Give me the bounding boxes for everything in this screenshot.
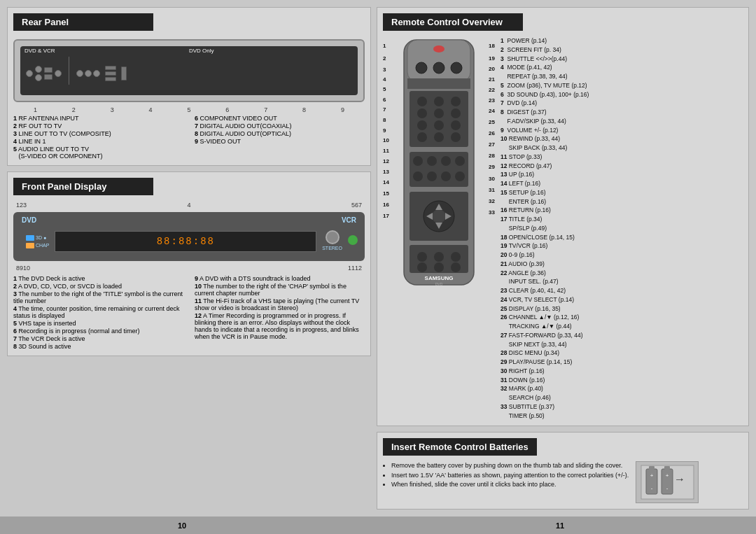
svg-point-27 — [441, 171, 451, 181]
svg-text:SAMSUNG: SAMSUNG — [425, 275, 454, 281]
connector-5 — [44, 74, 52, 80]
svg-text:-: - — [651, 485, 653, 491]
rl-timer: TIMER (p.50) — [500, 412, 743, 421]
fp-num-11: 11 — [348, 265, 355, 272]
cr-23: 23 — [489, 98, 495, 104]
cr-33: 33 — [489, 210, 495, 216]
cl-9: 9 — [383, 128, 389, 134]
cl-14: 14 — [383, 180, 389, 185]
fp-num-10: 10 — [23, 265, 30, 272]
front-panel-image: DVD VCR 3D ● CHAP 88:88:88 — [13, 212, 365, 261]
connector-2 — [35, 66, 42, 73]
svg-point-37 — [417, 252, 427, 262]
rl-22: 22 ANGLE (p.36) — [500, 269, 743, 278]
cr-30: 30 — [489, 176, 495, 182]
svg-point-19 — [451, 132, 461, 142]
fp-stereo-label: STEREO — [322, 246, 342, 251]
svg-point-28 — [455, 171, 465, 181]
cr-29: 29 — [489, 164, 495, 170]
connectors-right — [76, 66, 127, 81]
panel-diagram: DVD & VCR DVD Only — [20, 46, 358, 95]
rl-10: 10 REWIND (p.33, 44) — [500, 134, 743, 143]
remote-overview-section: Remote Control Overview 1 2 3 4 5 6 7 8 … — [377, 7, 749, 426]
connector-11 — [105, 71, 116, 76]
cr-18: 18 — [489, 43, 495, 49]
cr-22: 22 — [489, 87, 495, 93]
fp-icon-row2: CHAP — [26, 243, 49, 248]
rl-inputsel: INPUT SEL. (p.47) — [500, 277, 743, 286]
rear-panel-image: DVD & VCR DVD Only — [13, 39, 365, 102]
cl-6: 6 — [383, 97, 389, 103]
rear-legend-item-6: 6 COMPONENT VIDEO OUT — [195, 115, 365, 122]
remote-legend: 1 POWER (p.14) 2 SCREEN FIT (p. 34) 3 SH… — [500, 36, 743, 420]
rl-27: 27 FAST-FORWARD (p.33, 44) — [500, 331, 743, 340]
battery-bullet-3: When finished, slide the cover until it … — [391, 480, 629, 490]
remote-overview-title: Remote Control Overview — [383, 13, 523, 31]
battery-bullet-1: Remove the battery cover by pushing down… — [391, 461, 629, 471]
svg-point-3 — [416, 62, 427, 73]
connector-3 — [35, 74, 42, 81]
fp-num-12: 12 — [355, 265, 362, 272]
fp-display: 88:88:88 — [55, 231, 316, 252]
cl-2: 2 — [383, 56, 389, 62]
rear-num-2: 2 — [72, 106, 76, 113]
cl-11: 11 — [383, 148, 389, 154]
rl-12: 12 RECORD (p.47) — [500, 162, 743, 171]
front-num-bottom: 8 9 10 11 12 — [13, 264, 365, 272]
disc-icon — [26, 243, 34, 248]
rear-legend-item-8: 8 DIGITAL AUDIO OUT(OPTICAL) — [195, 130, 365, 137]
rear-legend-item-1: 1 RF ANTENNA INPUT — [13, 115, 183, 122]
svg-rect-47 — [649, 466, 654, 470]
bottom-bar: 10 11 — [0, 517, 756, 534]
page-number-right: 11 — [364, 517, 756, 534]
rl-19: 19 TV/VCR (p.16) — [500, 241, 743, 251]
cr-31: 31 — [489, 188, 495, 193]
rl-24: 24 VCR, TV SELECT (p.14) — [500, 295, 743, 304]
chap-label: CHAP — [36, 243, 49, 248]
remote-content: 1 2 3 4 5 6 7 8 9 10 11 12 13 14 — [383, 36, 743, 420]
svg-point-23 — [441, 156, 451, 166]
rl-9: 9 VOLUME +/- (p.12) — [500, 126, 743, 135]
fp-left-icons: 3D ● CHAP — [26, 235, 49, 248]
rl-16: 16 RETURN (p.16) — [500, 206, 743, 215]
remote-image-container: 1 2 3 4 5 6 7 8 9 10 11 12 13 14 — [383, 36, 495, 420]
battery-content: Remove the battery cover by pushing down… — [383, 461, 743, 503]
rl-28: 28 DISC MENU (p.34) — [500, 349, 743, 358]
battery-section: Insert Remote Control Batteries Remove t… — [377, 432, 749, 510]
cl-10: 10 — [383, 138, 389, 143]
rl-15: 15 SETUP (p.16) — [500, 188, 743, 197]
svg-point-8 — [417, 97, 427, 106]
cl-12: 12 — [383, 159, 389, 164]
svg-point-11 — [417, 108, 427, 118]
svg-point-5 — [451, 62, 462, 73]
rl-30: 30 RIGHT (p.16) — [500, 367, 743, 376]
cr-27: 27 — [489, 142, 495, 148]
cl-16: 16 — [383, 202, 389, 208]
rear-num-9: 9 — [341, 106, 344, 113]
rl-spslp: SP/SLP (p.49) — [500, 224, 743, 233]
dvd-vcr-label: DVD & VCR — [24, 48, 55, 54]
battery-diagram: + - + - → — [638, 462, 697, 503]
rl-tracking: TRACKING ▲/▼ (p.44) — [500, 322, 743, 331]
rear-num-6: 6 — [225, 106, 229, 113]
rl-1: 1 POWER (p.14) — [500, 36, 743, 45]
connector-8 — [85, 70, 92, 77]
svg-point-18 — [434, 132, 444, 142]
fp-spacer3 — [30, 265, 348, 272]
rl-29: 29 PLAY/PAUSE (p.14, 15) — [500, 358, 743, 367]
fp-power-button[interactable] — [348, 235, 358, 245]
cr-20: 20 — [489, 66, 495, 72]
rl-search: SEARCH (p.46) — [500, 393, 743, 402]
rl-repeat: REPEAT (p.38, 39, 44) — [500, 72, 743, 81]
rl-fadv: F.ADV/SKIP (p.33, 44) — [500, 117, 743, 126]
rl-skipnext: SKIP NEXT (p.33, 44) — [500, 340, 743, 349]
rl-26: 26 CHANNEL ▲/▼ (p.12, 16) — [500, 313, 743, 322]
svg-point-15 — [434, 120, 444, 130]
svg-point-38 — [434, 252, 444, 262]
svg-point-31 — [432, 209, 446, 223]
fp-knob[interactable] — [326, 230, 340, 244]
rear-legend-item-9: 9 S-VIDEO OUT — [195, 138, 365, 145]
svg-point-25 — [413, 171, 423, 181]
rl-11: 11 STOP (p.33) — [500, 153, 743, 162]
cr-24: 24 — [489, 108, 495, 114]
